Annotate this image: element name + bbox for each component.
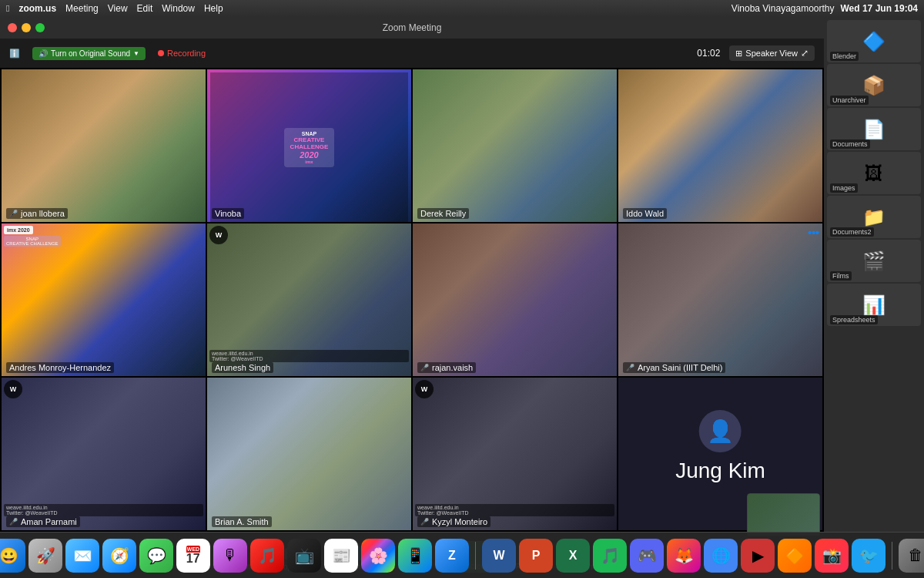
dock-app-twitter[interactable]: 🐦	[852, 539, 886, 573]
zoom-window: Zoom Meeting ℹ️ 🔊 Turn on Original Sound…	[0, 17, 824, 532]
menu-window[interactable]: Window	[162, 3, 195, 14]
dock-app-messages[interactable]: 💬	[139, 539, 173, 573]
dock-app-mail[interactable]: ✉️	[65, 539, 99, 573]
sidebar-item-unarchiver[interactable]: 📦 Unarchiver	[827, 64, 921, 106]
video-cell-joan: 🎤 joan llobera	[2, 69, 206, 222]
mic-muted-icon-aryan: 🎤	[626, 364, 634, 371]
participant-label-aryan: 🎤 Aryan Saini (IIIT Delhi)	[623, 362, 725, 373]
video-cell-iddo: Iddo Wald	[618, 69, 822, 222]
sidebar-item-documents-label: Documents	[830, 139, 870, 149]
apple-menu[interactable]: 	[6, 3, 9, 14]
more-options-icon[interactable]: •••	[808, 227, 819, 239]
speaker-view-button[interactable]: ⊞ Speaker View ⤢	[729, 45, 815, 61]
sidebar-item-spreadsheets[interactable]: 📊 Spreadsheets	[827, 284, 921, 326]
dock-app-photos[interactable]: 🌸	[361, 539, 395, 573]
recording-indicator: Recording	[158, 49, 206, 58]
participant-label-arunesh: Arunesh Singh	[212, 362, 273, 373]
chevron-down-icon: ▼	[133, 50, 139, 57]
recording-dot	[158, 50, 164, 56]
view-label: Speaker View	[745, 49, 798, 58]
sound-icon: 🔊	[38, 49, 48, 58]
toolbar-right: 01:02 ⊞ Speaker View ⤢	[697, 45, 815, 61]
video-cell-brian: Brian A. Smith	[207, 378, 411, 530]
sidebar-item-films-label: Films	[830, 271, 852, 281]
participant-label-joan: 🎤 joan llobera	[6, 208, 68, 219]
sidebar-item-documents2[interactable]: 📁 Documents2	[827, 196, 921, 238]
close-button[interactable]	[8, 23, 17, 32]
dock-app-launchpad[interactable]: 🚀	[28, 539, 62, 573]
recording-label: Recording	[167, 49, 206, 58]
dock-app-firefox[interactable]: 🦊	[667, 539, 701, 573]
dock-app-facetime[interactable]: 📱	[398, 539, 432, 573]
dock-separator-2	[892, 542, 892, 570]
dock-app-word[interactable]: W	[482, 539, 516, 573]
participant-label-vinoba: Vinoba	[212, 208, 244, 219]
sound-label: Turn on Original Sound	[51, 49, 130, 58]
menu-help[interactable]: Help	[204, 3, 223, 14]
menu-time: Wed 17 Jun 19:04	[841, 3, 919, 14]
dock-app-powerpoint[interactable]: P	[519, 539, 553, 573]
menu-meeting[interactable]: Meeting	[65, 3, 99, 14]
menu-bar-right: Vinoba Vinayagamoorthy Wed 17 Jun 19:04	[732, 3, 918, 14]
app-menu-zoom[interactable]: zoom.us	[18, 3, 56, 14]
dock-app-safari[interactable]: 🧭	[102, 539, 136, 573]
menu-view[interactable]: View	[108, 3, 128, 14]
sidebar-item-images[interactable]: 🖼 Images	[827, 152, 921, 194]
participant-label-iddo: Iddo Wald	[623, 208, 667, 219]
mic-icon-aman: 🎤	[9, 518, 18, 526]
video-cell-vinoba: SNAP CREATIVE CHALLENGE 2020 imx Vinoba	[207, 69, 411, 222]
dock-app-screenium[interactable]: 📸	[815, 539, 849, 573]
dock-app-chrome[interactable]: 🌐	[704, 539, 738, 573]
menu-edit[interactable]: Edit	[137, 3, 153, 14]
dock-app-spotify[interactable]: 🎵	[593, 539, 627, 573]
zoom-title-bar: Zoom Meeting	[0, 17, 824, 39]
zoom-window-title: Zoom Meeting	[383, 22, 442, 33]
participant-label-kyzyl: 🎤 Kyzyl Monteiro	[417, 516, 490, 527]
video-cell-kyzyl: W weave.iiitd.edu.inTwitter: @WeaveIITD …	[413, 378, 617, 530]
dock-app-trash[interactable]: 🗑	[899, 539, 924, 573]
sidebar-item-films[interactable]: 🎬 Films	[827, 240, 921, 282]
video-cell-aryan: ••• 🎤 Aryan Saini (IIIT Delhi)	[618, 223, 822, 376]
dock-app-podcasts[interactable]: 🎙	[213, 539, 247, 573]
dock-app-finder[interactable]: 😀	[0, 539, 25, 573]
dock-app-music[interactable]: 🎵	[250, 539, 284, 573]
view-icon: ⊞	[735, 49, 742, 59]
expand-icon: ⤢	[801, 48, 808, 59]
video-cell-andres: imx 2020 SNAPCREATIVE CHALLENGE Andres M…	[2, 223, 206, 376]
dock-app-calendar[interactable]: WED17	[176, 539, 210, 573]
dock-app-vlc[interactable]: 🔶	[778, 539, 812, 573]
jungkim-display-name: Jung Kim	[675, 459, 765, 483]
dock-app-news[interactable]: 📰	[324, 539, 358, 573]
participant-label-andres: Andres Monroy-Hernandez	[6, 362, 114, 373]
menu-bar-left:  zoom.us Meeting View Edit Window Help	[6, 3, 223, 14]
dock-app-tv[interactable]: 📺	[287, 539, 321, 573]
sidebar-item-blender-label: Blender	[830, 52, 859, 61]
menu-user: Vinoba Vinayagamoorthy	[732, 3, 835, 14]
meeting-timer: 01:02	[697, 48, 720, 59]
participant-label-brian: Brian A. Smith	[212, 516, 272, 527]
participant-label-rajan: 🎤 rajan.vaish	[417, 362, 476, 373]
dock-separator	[475, 542, 476, 570]
video-cell-aman: W weave.iiitd.edu.inTwitter: @WeaveIITD …	[2, 378, 206, 530]
video-cell-derek: Derek Reilly	[413, 69, 617, 222]
original-sound-button[interactable]: 🔊 Turn on Original Sound ▼	[32, 47, 146, 60]
sidebar-item-spreadsheets-label: Spreadsheets	[830, 315, 878, 324]
participant-label-derek: Derek Reilly	[417, 208, 469, 219]
dock-app-discord[interactable]: 🎮	[630, 539, 664, 573]
dock: 😀 🚀 ✉️ 🧭 💬 WED17 🎙 🎵 📺 📰 🌸 📱 Z W P X 🎵 🎮…	[0, 532, 924, 578]
mic-muted-icon-kyzyl: 🎤	[420, 518, 429, 526]
sidebar: 🔷 Blender 📦 Unarchiver 📄 Documents 🖼 Ima…	[824, 17, 924, 532]
minimize-button[interactable]	[22, 23, 31, 32]
maximize-button[interactable]	[35, 23, 45, 32]
dock-app-youtube[interactable]: ▶	[741, 539, 775, 573]
sidebar-item-blender[interactable]: 🔷 Blender	[827, 20, 921, 62]
sidebar-item-unarchiver-label: Unarchiver	[830, 96, 869, 105]
info-icon[interactable]: ℹ️	[9, 49, 20, 59]
video-cell-rajan: 🎤 rajan.vaish	[413, 223, 617, 376]
traffic-lights	[8, 23, 45, 32]
sidebar-item-documents[interactable]: 📄 Documents	[827, 108, 921, 150]
dock-app-excel[interactable]: X	[556, 539, 590, 573]
menu-bar:  zoom.us Meeting View Edit Window Help …	[0, 0, 924, 17]
dock-app-zoom[interactable]: Z	[435, 539, 469, 573]
sidebar-item-images-label: Images	[830, 183, 858, 193]
